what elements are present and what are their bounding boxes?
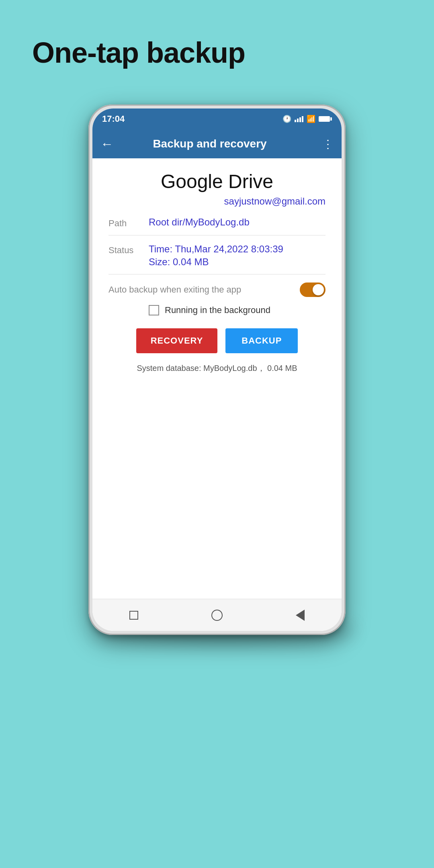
recent-apps-button[interactable]: [124, 605, 144, 625]
phone-screen: 17:04 🕐 📶: [92, 108, 342, 631]
status-label: Status: [108, 244, 149, 256]
app-bar-title: Backup and recovery: [120, 137, 300, 150]
battery-icon: [319, 116, 332, 122]
status-value: Time: Thu,Mar 24,2022 8:03:39 Size: 0.04…: [149, 244, 326, 268]
overflow-menu-button[interactable]: ⋮: [322, 137, 334, 151]
content-area: Google Drive sayjustnow@gmail.com Path R…: [92, 158, 342, 390]
action-buttons-row: RECOVERY BACKUP: [108, 328, 326, 353]
page-title: One-tap backup: [32, 36, 245, 69]
toggle-thumb: [313, 284, 324, 295]
background-checkbox[interactable]: [149, 305, 159, 315]
status-time-value: Time: Thu,Mar 24,2022 8:03:39: [149, 244, 326, 255]
alarm-icon: 🕐: [283, 115, 291, 123]
path-row: Path Root dir/MyBodyLog.db: [108, 217, 326, 235]
status-row: Status Time: Thu,Mar 24,2022 8:03:39 Siz…: [108, 244, 326, 274]
auto-backup-toggle[interactable]: [300, 283, 326, 297]
path-label: Path: [108, 217, 149, 229]
background-checkbox-label: Running in the background: [165, 305, 270, 315]
home-icon: [211, 610, 223, 621]
wifi-icon: 📶: [307, 115, 315, 123]
status-size-value: Size: 0.04 MB: [149, 256, 326, 268]
account-email: sayjustnow@gmail.com: [108, 196, 326, 207]
home-button[interactable]: [207, 605, 227, 625]
back-button[interactable]: ←: [100, 137, 113, 151]
phone-mockup: 17:04 🕐 📶: [88, 104, 346, 635]
signal-bars-icon: [295, 116, 303, 122]
status-bar: 17:04 🕐 📶: [92, 108, 342, 129]
backup-button[interactable]: BACKUP: [225, 328, 298, 353]
auto-backup-row: Auto backup when exiting the app: [108, 283, 326, 297]
status-icons: 🕐 📶: [283, 115, 332, 123]
app-bar: ← Backup and recovery ⋮: [92, 129, 342, 158]
system-db-info: System database: MyBodyLog.db， 0.04 MB: [108, 363, 326, 374]
back-icon: [296, 610, 305, 621]
back-nav-button[interactable]: [290, 605, 310, 625]
status-time: 17:04: [102, 114, 125, 124]
path-value: Root dir/MyBodyLog.db: [149, 217, 326, 228]
phone-shell: 17:04 🕐 📶: [88, 104, 346, 635]
auto-backup-label: Auto backup when exiting the app: [108, 285, 241, 295]
service-title: Google Drive: [108, 170, 326, 192]
bottom-navigation: [92, 599, 342, 631]
recovery-button[interactable]: RECOVERY: [136, 328, 218, 353]
recent-apps-icon: [129, 611, 138, 620]
background-checkbox-row: Running in the background: [108, 305, 326, 315]
